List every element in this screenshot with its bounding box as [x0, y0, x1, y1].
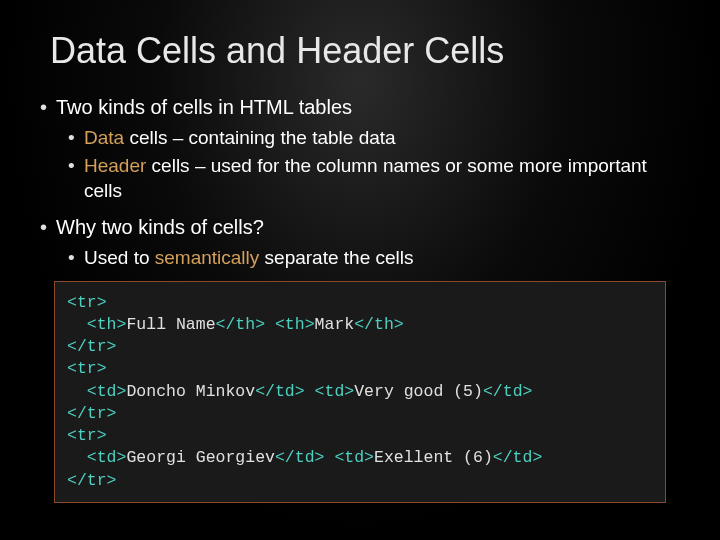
bullet-level1: Two kinds of cells in HTML tables Data c… [40, 94, 680, 204]
accent-text: Header [84, 155, 146, 176]
code-line: <tr> [67, 293, 107, 312]
bullet-level1: Why two kinds of cells? Used to semantic… [40, 214, 680, 271]
accent-text: Data [84, 127, 124, 148]
code-tag: </td> [483, 382, 533, 401]
code-line: <tr> [67, 359, 107, 378]
bullet-text: separate the cells [259, 247, 413, 268]
code-indent [67, 315, 87, 334]
bullet-text: cells – containing the table data [124, 127, 395, 148]
code-tag: <th> [87, 315, 127, 334]
code-tag: <td> [334, 448, 374, 467]
bullet-text: Used to [84, 247, 155, 268]
code-space [305, 382, 315, 401]
code-text: Doncho Minkov [126, 382, 255, 401]
code-tag: </td> [255, 382, 305, 401]
code-block: <tr> <th>Full Name</th> <th>Mark</th> </… [54, 281, 666, 503]
code-line: </tr> [67, 471, 117, 490]
bullet-text: cells – used for the column names or som… [84, 155, 647, 202]
code-line: </tr> [67, 404, 117, 423]
bullet-level2: Used to semantically separate the cells [56, 245, 680, 271]
slide-title: Data Cells and Header Cells [50, 30, 680, 72]
code-tag: </td> [275, 448, 325, 467]
accent-text: semantically [155, 247, 260, 268]
code-text: Exellent (6) [374, 448, 493, 467]
code-tag: <td> [315, 382, 355, 401]
code-line: </tr> [67, 337, 117, 356]
bullet-text: Two kinds of cells in HTML tables [56, 96, 352, 118]
slide-content: Two kinds of cells in HTML tables Data c… [40, 94, 680, 503]
code-text: Very good (5) [354, 382, 483, 401]
code-text: Georgi Georgiev [126, 448, 275, 467]
bullet-level2: Header cells – used for the column names… [56, 153, 680, 204]
code-space [324, 448, 334, 467]
code-tag: </th> [216, 315, 266, 334]
code-tag: </th> [354, 315, 404, 334]
code-tag: <td> [87, 448, 127, 467]
code-text: Full Name [126, 315, 215, 334]
code-text: Mark [315, 315, 355, 334]
code-indent [67, 448, 87, 467]
code-tag: </td> [493, 448, 543, 467]
code-tag: <th> [275, 315, 315, 334]
bullet-text: Why two kinds of cells? [56, 216, 264, 238]
code-space [265, 315, 275, 334]
code-indent [67, 382, 87, 401]
code-tag: <td> [87, 382, 127, 401]
code-line: <tr> [67, 426, 107, 445]
bullet-level2: Data cells – containing the table data [56, 125, 680, 151]
